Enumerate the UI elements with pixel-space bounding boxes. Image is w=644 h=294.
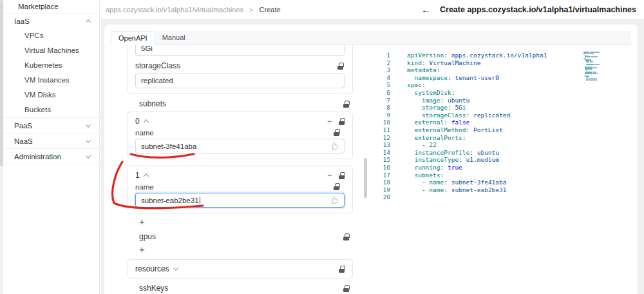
subnets-list: 0 − name subnet-3fe41aba 1 − [127, 112, 353, 213]
section-label: gpus [139, 232, 156, 241]
line-number: 17 [372, 172, 390, 179]
subnet-item-panel: 1 − name subnet-eab2be31 [127, 166, 353, 213]
yaml-editor[interactable]: 1234567891011121314151617181920 apiVersi… [372, 45, 631, 294]
content: 5Gi storageClass replicated subnets [111, 45, 631, 294]
remove-item-button[interactable]: − [327, 117, 332, 125]
code-line: instanceProfile: ubuntu [407, 149, 631, 157]
subnet-item-header[interactable]: 1 − [135, 170, 345, 181]
minimap-line [583, 55, 600, 56]
subnet-item-index: 0 [135, 117, 140, 126]
line-number: 13 [372, 141, 390, 149]
lock-icon [337, 63, 343, 70]
minimap-line [583, 75, 600, 76]
subnet-item-panel: 0 − name subnet-3fe41aba [127, 112, 353, 159]
window-scrollbar-thumb[interactable] [0, 0, 3, 166]
sidebar-item-marketplace[interactable]: Marketplace [3, 0, 99, 13]
storage-class-input[interactable]: replicated [135, 73, 345, 88]
add-subnet-button[interactable]: + [127, 217, 166, 227]
sidebar-item-vm-instances[interactable]: VM Instances [3, 73, 99, 88]
editor-minimap[interactable] [583, 52, 600, 83]
line-number: 11 [372, 126, 390, 134]
window-scrollbar[interactable] [0, 0, 3, 294]
sshkeys-section-label: sshKeys [127, 284, 353, 293]
sidebar-item-vpcs[interactable]: VPCs [3, 28, 99, 43]
tab-openapi[interactable]: OpenAPI [111, 31, 155, 45]
breadcrumb-path[interactable]: apps.cozystack.io/v1alpha1/virtualmachin… [106, 6, 243, 14]
name-input[interactable]: subnet-eab2be31 [135, 193, 345, 208]
line-number: 18 [372, 179, 390, 186]
sidebar-item-vm-disks[interactable]: VM Disks [3, 88, 99, 103]
line-number: 5 [372, 81, 390, 89]
minimap-line [583, 59, 600, 61]
chevron-up-icon [86, 19, 91, 24]
name-input[interactable]: subnet-3fe41aba [135, 139, 345, 153]
code-line [407, 193, 631, 201]
storage-class-label-row: storageClass [135, 61, 345, 70]
subnet-item-header[interactable]: 0 − [135, 116, 345, 126]
code-line: spec: [407, 81, 631, 89]
code-line: externalMethod: PortList [407, 126, 631, 134]
app-root: Marketplace IaaSVPCsVirtual MachinesKube… [0, 0, 644, 294]
minimap-line [583, 53, 600, 54]
code-lines[interactable]: apiVersion: apps.cozystack.io/v1alpha1ki… [398, 52, 631, 294]
chevron-down-icon [86, 153, 91, 158]
storage-input[interactable]: 5Gi [135, 45, 345, 56]
lock-icon [334, 129, 339, 136]
input-value: 5Gi [141, 45, 153, 52]
form-scrollbar-thumb[interactable] [364, 158, 367, 198]
minimap-line [583, 63, 600, 64]
tabbar: OpenAPI Manual [111, 31, 631, 45]
form-scrollbar[interactable] [362, 45, 370, 294]
line-number: 6 [372, 89, 390, 97]
section-label: subnets [139, 99, 166, 108]
breadcrumb-separator: > [249, 6, 253, 14]
minimap-line [583, 67, 600, 68]
line-number: 3 [372, 66, 390, 74]
line-number: 1 [372, 52, 390, 59]
field-label: name [135, 183, 154, 191]
text-caret [200, 197, 200, 204]
sidebar-group-label: NaaS [14, 137, 33, 145]
sidebar-item-buckets[interactable]: Buckets [3, 103, 99, 117]
lock-icon [339, 266, 345, 273]
sidebar-item-kubernetes[interactable]: Kubernetes [3, 58, 99, 73]
minimap-line [583, 61, 600, 62]
subnets-section-label: subnets [127, 99, 353, 108]
chevron-down-icon [86, 137, 91, 142]
code-line: image: ubuntu [407, 97, 631, 104]
sidebar-group-naas[interactable]: NaaS [3, 133, 99, 148]
chevron-down-icon [86, 122, 91, 127]
minimap-line [583, 78, 600, 79]
sidebar: Marketplace IaaSVPCsVirtual MachinesKube… [3, 0, 100, 294]
remove-item-button[interactable]: − [327, 172, 332, 179]
sidebar-group-iaas[interactable]: IaaS [3, 14, 99, 28]
line-number: 2 [372, 59, 390, 67]
thumbs-up-icon[interactable] [330, 142, 339, 151]
thumbs-up-icon[interactable] [330, 196, 339, 205]
line-number: 14 [372, 149, 390, 157]
field-label: storageClass [135, 61, 180, 70]
sidebar-item-virtual-machines[interactable]: Virtual Machines [3, 43, 99, 58]
input-value: subnet-3fe41aba [141, 142, 196, 150]
tab-manual[interactable]: Manual [155, 31, 193, 45]
sidebar-group-paas[interactable]: PaaS [3, 118, 99, 133]
sidebar-groups: IaaSVPCsVirtual MachinesKubernetesVM Ins… [3, 14, 99, 164]
add-gpu-button[interactable]: + [127, 244, 166, 255]
code-line: systemDisk: [407, 89, 631, 97]
back-arrow-icon[interactable]: ← [421, 5, 431, 14]
main: OpenAPI Manual 5Gi storageClass [100, 19, 644, 294]
line-number: 4 [372, 74, 390, 82]
code-line: - 22 [407, 141, 631, 149]
line-number: 19 [372, 186, 390, 194]
lock-icon [334, 183, 339, 190]
sidebar-group-administration[interactable]: Administration [3, 149, 99, 164]
line-number: 9 [372, 112, 390, 119]
page-title: Create apps.cozystack.io/v1alpha1/virtua… [440, 5, 636, 14]
resources-header[interactable]: resources [135, 263, 345, 275]
lock-icon [343, 233, 349, 240]
resources-panel: resources [127, 259, 353, 279]
page-title-wrap: ← Create apps.cozystack.io/v1alpha1/virt… [421, 5, 636, 14]
subnet-item-index: 1 [135, 171, 140, 180]
editor-gutter: 1234567891011121314151617181920 [372, 52, 398, 294]
chevron-up-icon [143, 119, 148, 124]
